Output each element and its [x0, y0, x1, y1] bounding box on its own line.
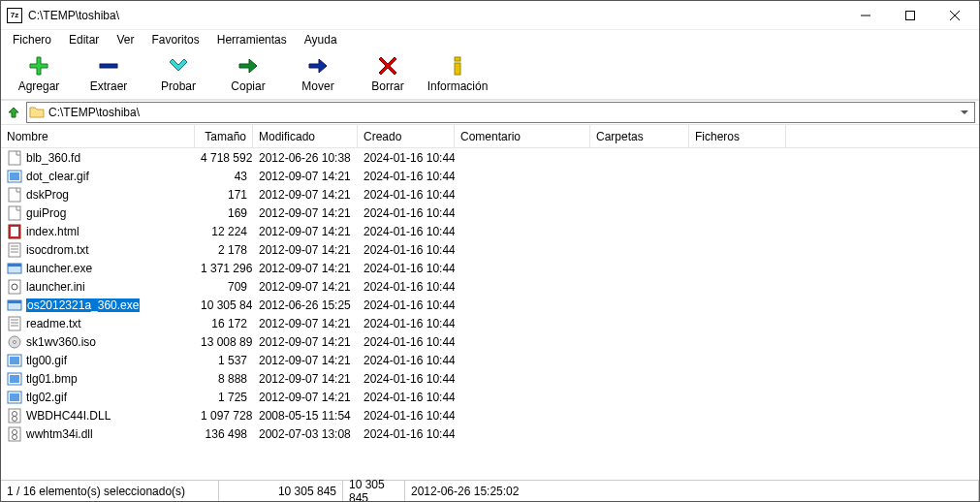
col-modificado[interactable]: Modificado — [253, 125, 358, 147]
file-modified: 2012-09-07 14:21 — [253, 206, 358, 220]
extract-button[interactable]: Extraer — [75, 52, 142, 95]
file-size: 169 — [195, 206, 253, 220]
window-title: C:\TEMP\toshiba\ — [28, 9, 843, 22]
file-row[interactable]: index.html12 2242012-09-07 14:212024-01-… — [1, 222, 979, 240]
status-totsize: 10 305 845 — [343, 481, 405, 501]
status-selsize: 10 305 845 — [219, 481, 343, 501]
file-row[interactable]: dskProg1712012-09-07 14:212024-01-16 10:… — [1, 185, 979, 204]
address-text: C:\TEMP\toshiba\ — [48, 106, 957, 119]
x-icon — [376, 54, 399, 78]
file-icon — [7, 224, 22, 239]
file-name: tlg01.bmp — [26, 372, 78, 386]
file-list[interactable]: blb_360.fd4 718 5922012-06-26 10:382024-… — [1, 148, 979, 480]
info-button[interactable]: Información — [424, 52, 491, 95]
col-carpetas[interactable]: Carpetas — [590, 125, 689, 147]
file-name-cell: launcher.ini — [1, 279, 195, 295]
svg-rect-19 — [8, 264, 21, 267]
file-icon — [7, 150, 22, 166]
test-button[interactable]: Probar — [144, 52, 212, 95]
svg-rect-7 — [9, 151, 20, 165]
file-name-cell: tlg01.bmp — [1, 371, 195, 387]
menu-ver[interactable]: Ver — [109, 31, 142, 48]
dropdown-icon[interactable] — [957, 105, 972, 120]
status-seldate: 2012-06-26 15:25:02 — [405, 481, 979, 501]
menu-herramientas[interactable]: Herramientas — [209, 31, 295, 48]
svg-rect-20 — [9, 280, 20, 294]
file-icon — [7, 187, 22, 203]
menu-editar[interactable]: Editar — [61, 31, 107, 48]
file-row[interactable]: isocdrom.txt2 1782012-09-07 14:212024-01… — [1, 240, 979, 259]
info-icon — [446, 54, 469, 78]
file-created: 2024-01-16 10:44 — [358, 354, 455, 367]
file-row[interactable]: launcher.ini7092012-09-07 14:212024-01-1… — [1, 277, 979, 296]
file-name: launcher.exe — [26, 262, 92, 275]
plus-icon — [27, 54, 50, 78]
file-icon — [7, 205, 22, 221]
info-label: Información — [427, 79, 489, 93]
file-name-cell: os2012321a_360.exe — [1, 298, 195, 313]
col-comentario[interactable]: Comentario — [455, 125, 590, 147]
file-row[interactable]: WBDHC44I.DLL1 097 7282008-05-15 11:54202… — [1, 406, 979, 424]
svg-point-29 — [14, 340, 16, 343]
file-row[interactable]: wwhtm34i.dll136 4982002-07-03 13:082024-… — [1, 424, 979, 443]
file-icon — [7, 169, 22, 184]
file-row[interactable]: os2012321a_360.exe10 305 8452012-06-26 1… — [1, 296, 979, 314]
check-icon — [167, 54, 190, 78]
close-button[interactable] — [933, 1, 977, 30]
svg-rect-4 — [100, 64, 117, 68]
file-size: 171 — [195, 188, 253, 202]
column-headers: Nombre Tamaño Modificado Creado Comentar… — [1, 125, 979, 148]
file-modified: 2002-07-03 13:08 — [253, 427, 358, 441]
delete-button[interactable]: Borrar — [354, 52, 422, 95]
menu-fichero[interactable]: Fichero — [5, 31, 59, 48]
file-icon — [7, 353, 22, 368]
file-modified: 2012-09-07 14:21 — [253, 335, 358, 349]
file-row[interactable]: tlg02.gif1 7252012-09-07 14:212024-01-16… — [1, 388, 979, 406]
file-modified: 2008-05-15 11:54 — [253, 409, 358, 423]
col-tamano[interactable]: Tamaño — [195, 125, 253, 147]
maximize-button[interactable] — [888, 1, 933, 30]
file-row[interactable]: guiProg1692012-09-07 14:212024-01-16 10:… — [1, 204, 979, 222]
file-row[interactable]: dot_clear.gif432012-09-07 14:212024-01-1… — [1, 167, 979, 185]
file-name-cell: tlg02.gif — [1, 390, 195, 405]
titlebar: 7z C:\TEMP\toshiba\ — [1, 1, 979, 30]
test-label: Probar — [161, 79, 196, 93]
file-size: 16 172 — [195, 317, 253, 330]
add-button[interactable]: Agregar — [5, 52, 73, 95]
file-created: 2024-01-16 10:44 — [358, 372, 455, 386]
move-button[interactable]: Mover — [284, 52, 352, 95]
file-name: isocdrom.txt — [26, 243, 89, 257]
delete-label: Borrar — [371, 79, 403, 93]
arrow-right-blue-icon — [306, 54, 330, 78]
file-row[interactable]: launcher.exe1 371 2962012-09-07 14:21202… — [1, 259, 979, 277]
file-name: dot_clear.gif — [26, 170, 89, 183]
file-row[interactable]: blb_360.fd4 718 5922012-06-26 10:382024-… — [1, 148, 979, 167]
file-row[interactable]: tlg01.bmp8 8882012-09-07 14:212024-01-16… — [1, 369, 979, 388]
up-button[interactable] — [5, 104, 22, 121]
file-modified: 2012-09-07 14:21 — [253, 188, 358, 202]
address-combo[interactable]: C:\TEMP\toshiba\ — [26, 102, 975, 123]
file-modified: 2012-09-07 14:21 — [253, 354, 358, 367]
file-size: 10 305 845 — [195, 298, 253, 312]
file-created: 2024-01-16 10:44 — [358, 188, 455, 202]
file-row[interactable]: tlg00.gif1 5372012-09-07 14:212024-01-16… — [1, 351, 979, 369]
col-ficheros[interactable]: Ficheros — [689, 125, 786, 147]
file-created: 2024-01-16 10:44 — [358, 298, 455, 312]
add-label: Agregar — [18, 79, 60, 93]
col-nombre[interactable]: Nombre — [1, 125, 195, 147]
file-size: 8 888 — [195, 372, 253, 386]
file-created: 2024-01-16 10:44 — [358, 151, 455, 165]
file-row[interactable]: readme.txt16 1722012-09-07 14:212024-01-… — [1, 314, 979, 332]
file-name: tlg00.gif — [26, 354, 67, 367]
file-name: dskProg — [26, 188, 69, 202]
copy-button[interactable]: Copiar — [214, 52, 282, 95]
menu-ayuda[interactable]: Ayuda — [297, 31, 345, 48]
file-name: guiProg — [26, 206, 66, 220]
col-creado[interactable]: Creado — [358, 125, 455, 147]
copy-label: Copiar — [231, 79, 265, 93]
minimize-button[interactable] — [843, 1, 888, 30]
file-icon — [7, 316, 22, 331]
menu-favoritos[interactable]: Favoritos — [143, 31, 206, 48]
svg-rect-33 — [10, 375, 19, 383]
file-row[interactable]: sk1wv360.iso13 008 8962012-09-07 14:2120… — [1, 332, 979, 351]
